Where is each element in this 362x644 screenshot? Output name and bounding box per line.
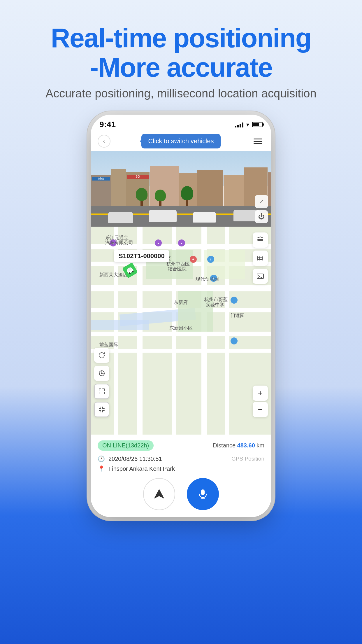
status-icons: ▾: [235, 121, 263, 128]
map-label: 新西莱大酒店: [99, 272, 127, 278]
location-button[interactable]: [94, 366, 109, 381]
header-section: Real-time positioning -More accurate Acc…: [45, 0, 316, 100]
map-label: 东新府: [174, 300, 188, 306]
svg-rect-14: [201, 489, 205, 495]
map-label: 前蓝国际: [99, 342, 118, 348]
zoom-controls: + −: [253, 386, 268, 417]
map-label: 实验中学: [206, 302, 224, 308]
fence-button[interactable]: [253, 251, 268, 266]
switch-vehicles-tooltip[interactable]: Click to switch vehicles: [141, 134, 221, 148]
map-left-controls: [94, 348, 109, 417]
distance-value: 483.60: [237, 442, 255, 449]
power-icon: ⏻: [258, 213, 265, 220]
frame-shrink-button[interactable]: [94, 402, 109, 417]
action-buttons: [98, 478, 264, 512]
refresh-button[interactable]: [94, 348, 109, 363]
phone-mockup: 9:41 ▾ ‹ Click to switch vehicles: [91, 115, 271, 517]
expand-icon: ⤢: [259, 198, 264, 205]
svg-rect-9: [257, 257, 263, 258]
svg-rect-5: [257, 240, 263, 241]
fence-icon: [256, 254, 264, 262]
location-icon: [98, 370, 106, 377]
signal-icon: [235, 122, 243, 127]
status-bar: 9:41 ▾: [91, 115, 271, 132]
tree-1: [136, 188, 147, 208]
status-row: ON LINE(13d22h) Distance 483.60 km: [98, 440, 264, 451]
vehicle-label: S102T1-000000: [114, 250, 169, 262]
expand-button[interactable]: ⤢: [255, 195, 268, 208]
subtitle-text: Accurate positioning, millisecond locati…: [45, 87, 316, 100]
online-badge: ON LINE(13d22h): [98, 440, 154, 451]
svg-rect-10: [257, 259, 263, 260]
info-poi: i: [231, 337, 238, 344]
gps-label: GPS Position: [231, 456, 264, 462]
back-arrow-icon: ‹: [103, 138, 105, 145]
battery-icon: [252, 122, 263, 127]
menu-button[interactable]: [252, 135, 264, 148]
tree-2: [155, 190, 166, 208]
terminal-button[interactable]: [253, 269, 268, 284]
distance-display: Distance 483.60 km: [213, 442, 264, 449]
tree-3: [181, 186, 193, 208]
datetime-value: 2020/08/26 11:30:51: [108, 456, 162, 462]
mic-button[interactable]: [187, 478, 219, 510]
back-button[interactable]: ‹: [98, 135, 110, 148]
map-label: 结合医院: [168, 266, 187, 272]
zoom-in-button[interactable]: +: [253, 386, 268, 401]
street-view-controls: ⤢ ⏻: [255, 195, 268, 223]
terminal-icon: [256, 272, 264, 280]
map-label: 现代创意园: [196, 276, 219, 282]
street-view: 维修 5G: [91, 151, 271, 227]
map-right-controls: [253, 232, 268, 284]
navigate-icon: [153, 488, 166, 501]
mic-icon: [196, 488, 209, 501]
status-time: 9:41: [99, 120, 116, 129]
layers-icon: [256, 236, 264, 244]
navigate-button[interactable]: [143, 478, 175, 510]
layers-button[interactable]: [253, 232, 268, 248]
phone-frame: 9:41 ▾ ‹ Click to switch vehicles: [91, 115, 271, 517]
map-area[interactable]: ● ● ● + i i i i 乐江元通宝 汽车有限公司 新西莱大酒店 次家巷小…: [91, 227, 271, 435]
power-button[interactable]: ⏻: [255, 210, 268, 223]
bottom-panel: ON LINE(13d22h) Distance 483.60 km 🕐 202…: [91, 435, 271, 517]
street-road: [91, 206, 271, 227]
location-row: 📍 Finspor Ankara Kent Park: [98, 465, 264, 472]
frame-expand-icon: [99, 388, 105, 395]
refresh-icon: [98, 351, 106, 359]
frame-expand-button[interactable]: [94, 384, 109, 399]
svg-rect-11: [257, 274, 263, 279]
map-label: 汽车有限公司: [105, 240, 133, 246]
svg-rect-4: [257, 239, 263, 240]
info-poi: i: [231, 297, 238, 304]
svg-point-13: [101, 372, 103, 374]
clock-icon: 🕐: [98, 455, 105, 462]
location-value: Finspor Ankara Kent Park: [108, 466, 175, 472]
wifi-icon: ▾: [246, 121, 249, 128]
location-pin-icon: 📍: [98, 465, 105, 472]
nav-bar: ‹ Click to switch vehicles: [91, 132, 271, 151]
map-label: 门遮园: [231, 313, 245, 319]
main-title: Real-time positioning -More accurate: [45, 23, 316, 82]
datetime-row: 🕐 2020/08/26 11:30:51 GPS Position: [98, 455, 264, 462]
zoom-out-button[interactable]: −: [253, 402, 268, 417]
menu-icon: [254, 139, 262, 139]
map-label: 东新园小区: [169, 325, 193, 331]
frame-shrink-icon: [99, 406, 105, 413]
